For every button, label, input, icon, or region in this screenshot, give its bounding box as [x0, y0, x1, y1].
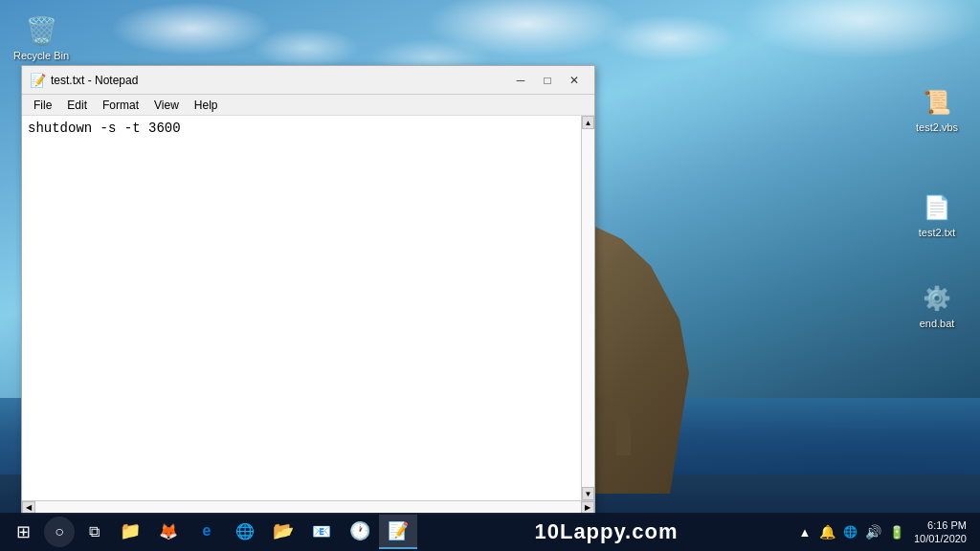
task-view-icon: ⧉ — [89, 523, 100, 540]
network-icon[interactable]: 🌐 — [841, 522, 860, 541]
recycle-bin-image: 🗑️ — [24, 13, 58, 48]
chrome-button[interactable]: 🌐 — [226, 515, 264, 549]
show-hidden-icons-button[interactable]: ▲ — [795, 522, 814, 541]
horizontal-scrollbar[interactable]: ◀ ▶ — [22, 500, 594, 514]
recycle-bin-icon[interactable]: 🗑️ Recycle Bin — [8, 10, 75, 66]
outlook-button[interactable]: 📧 — [302, 515, 341, 549]
test2-txt-icon[interactable]: 📄 test2.txt — [903, 187, 970, 243]
battery-icon[interactable]: 🔋 — [887, 522, 906, 541]
taskbar: ⊞ ○ ⧉ 📁 🦊 e 🌐 📂 📧 🕐 — [0, 513, 980, 551]
notepad-menubar: File Edit Format View Help — [22, 95, 594, 116]
clock-app-icon: 🕐 — [349, 520, 370, 541]
chrome-icon: 🌐 — [235, 522, 255, 540]
task-view-button[interactable]: ⧉ — [77, 515, 111, 549]
taskbar-clock[interactable]: 6:16 PM 10/01/2020 — [910, 518, 970, 546]
test2-txt-image: 📄 — [920, 190, 954, 225]
folder-button[interactable]: 📂 — [264, 515, 302, 549]
menu-edit[interactable]: Edit — [59, 95, 95, 115]
notepad-textarea[interactable]: shutdown -s -t 3600 — [22, 116, 581, 500]
battery-indicator: 🔋 — [889, 525, 904, 540]
folder-icon: 📂 — [273, 520, 294, 541]
edge-button[interactable]: e — [188, 515, 226, 549]
test2-vbs-image: 📜 — [920, 85, 954, 120]
menu-help[interactable]: Help — [187, 95, 226, 115]
file-explorer-button[interactable]: 📁 — [111, 515, 149, 549]
firefox-icon: 🦊 — [159, 522, 178, 540]
scroll-down-button[interactable]: ▼ — [582, 487, 594, 500]
end-bat-label: end.bat — [920, 318, 955, 330]
menu-view[interactable]: View — [146, 95, 187, 115]
edge-icon: e — [203, 522, 212, 540]
notepad-title: test.txt - Notepad — [51, 74, 508, 87]
menu-file[interactable]: File — [26, 95, 59, 115]
minimize-button[interactable]: ─ — [508, 71, 533, 90]
notepad-window: 📝 test.txt - Notepad ─ □ ✕ File Edit For… — [21, 65, 595, 515]
firefox-button[interactable]: 🦊 — [149, 515, 188, 549]
maximize-button[interactable]: □ — [535, 71, 560, 90]
speaker-icon: 🔊 — [865, 524, 881, 540]
network-indicator: 🌐 — [843, 525, 858, 539]
clock-time: 6:16 PM — [927, 518, 967, 532]
menu-format[interactable]: Format — [95, 95, 146, 115]
file-explorer-icon: 📁 — [120, 520, 141, 541]
search-button[interactable]: ○ — [44, 517, 75, 547]
bell-icon: 🔔 — [819, 524, 835, 540]
test2-txt-label: test2.txt — [919, 227, 956, 239]
scroll-up-button[interactable]: ▲ — [582, 116, 594, 129]
test2-vbs-label: test2.vbs — [916, 121, 958, 134]
system-tray: ▲ 🔔 🌐 🔊 🔋 6:16 PM 10/01/2020 — [795, 518, 976, 546]
volume-icon[interactable]: 🔊 — [864, 522, 883, 541]
end-bat-icon[interactable]: ⚙️ end.bat — [903, 277, 970, 334]
window-controls: ─ □ ✕ — [508, 71, 587, 90]
start-button[interactable]: ⊞ — [4, 513, 42, 551]
close-button[interactable]: ✕ — [562, 71, 587, 90]
vertical-scrollbar[interactable]: ▲ ▼ — [581, 116, 594, 500]
desktop: 🗑️ Recycle Bin ● OBS 📜 test2.vbs 📄 test2… — [0, 0, 980, 551]
notepad-titlebar[interactable]: 📝 test.txt - Notepad ─ □ ✕ — [22, 66, 594, 95]
scroll-track — [582, 129, 594, 487]
start-icon: ⊞ — [16, 521, 31, 542]
search-icon: ○ — [55, 523, 64, 540]
recycle-bin-label: Recycle Bin — [13, 50, 69, 62]
notepad-content: shutdown -s -t 3600 ▲ ▼ — [22, 116, 594, 500]
clock-app-button[interactable]: 🕐 — [341, 515, 379, 549]
end-bat-image: ⚙️ — [920, 281, 954, 316]
outlook-icon: 📧 — [312, 522, 331, 540]
notepad-window-icon: 📝 — [30, 73, 45, 88]
chevron-up-icon: ▲ — [799, 525, 812, 540]
notepad-taskbar-icon: 📝 — [388, 520, 409, 541]
clock-date: 10/01/2020 — [914, 532, 967, 545]
test2-vbs-icon[interactable]: 📜 test2.vbs — [903, 81, 970, 138]
taskbar-center-text: 10Lappy.com — [417, 519, 795, 544]
notification-icon[interactable]: 🔔 — [818, 522, 837, 541]
notepad-taskbar-button[interactable]: 📝 — [379, 515, 417, 549]
